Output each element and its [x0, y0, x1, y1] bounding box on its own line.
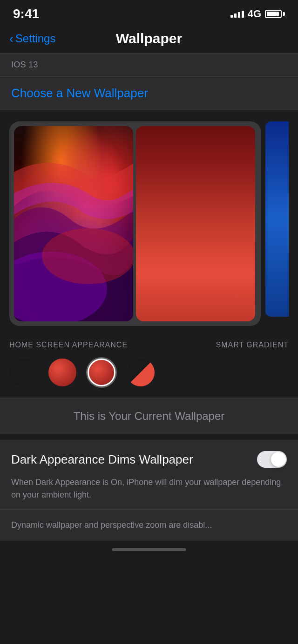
appearance-label: HOME SCREEN APPEARANCE: [9, 341, 128, 349]
svg-point-1: [42, 228, 133, 284]
nav-bar: ‹ Settings Wallpaper: [0, 25, 298, 53]
home-screen-thumb[interactable]: [136, 126, 255, 321]
next-wallpaper-thumb[interactable]: [265, 121, 289, 317]
choose-wallpaper-link[interactable]: Choose a New Wallpaper: [11, 86, 148, 100]
color-option-selected[interactable]: [88, 359, 115, 386]
signal-icon: [230, 11, 244, 18]
home-screen-preview: [136, 126, 255, 321]
status-time: 9:41: [13, 7, 39, 21]
color-options: [9, 359, 289, 386]
bottom-section: Dynamic wallpaper and perspective zoom a…: [0, 509, 298, 541]
current-wallpaper-section: This is Your Current Wallpaper: [0, 398, 298, 434]
appearance-header: HOME SCREEN APPEARANCE SMART GRADIENT: [9, 341, 289, 349]
next-wallpaper-preview: [265, 121, 289, 317]
dark-appearance-description: When Dark Appearance is On, iPhone will …: [11, 476, 287, 501]
lock-screen-thumb[interactable]: [14, 126, 133, 321]
dark-appearance-title: Dark Appearance Dims Wallpaper: [11, 452, 193, 467]
bottom-description: Dynamic wallpaper and perspective zoom a…: [11, 519, 287, 531]
signal-type: 4G: [248, 8, 261, 20]
choose-wallpaper-section[interactable]: Choose a New Wallpaper: [0, 77, 298, 110]
color-option-red[interactable]: [48, 359, 76, 386]
status-bar: 9:41 4G: [0, 0, 298, 25]
wallpaper-preview-section: [0, 110, 298, 333]
back-label: Settings: [15, 32, 56, 45]
status-icons: 4G: [230, 8, 285, 20]
battery-icon: [265, 10, 285, 18]
section-gap-1: [0, 434, 298, 439]
ios-version-label: IOS 13: [11, 60, 38, 69]
toggle-knob: [271, 452, 286, 467]
wallpaper-pair[interactable]: [9, 121, 261, 326]
home-bar: [112, 548, 186, 551]
color-option-mixed[interactable]: [127, 359, 155, 386]
wallpaper-carousel[interactable]: [9, 121, 289, 326]
dark-appearance-row: Dark Appearance Dims Wallpaper: [11, 451, 287, 468]
color-option-black[interactable]: [9, 359, 37, 386]
chevron-left-icon: ‹: [9, 33, 14, 45]
dark-appearance-toggle[interactable]: [257, 451, 287, 468]
gradient-label: SMART GRADIENT: [216, 341, 289, 349]
appearance-section: HOME SCREEN APPEARANCE SMART GRADIENT: [0, 333, 298, 398]
home-indicator: [0, 541, 298, 558]
back-button[interactable]: ‹ Settings: [9, 32, 55, 45]
current-wallpaper-text: This is Your Current Wallpaper: [74, 410, 225, 422]
lock-screen-preview: [14, 126, 133, 321]
page-title: Wallpaper: [116, 31, 182, 46]
ios-version-section: IOS 13: [0, 53, 298, 76]
dark-appearance-section: Dark Appearance Dims Wallpaper When Dark…: [0, 440, 298, 509]
